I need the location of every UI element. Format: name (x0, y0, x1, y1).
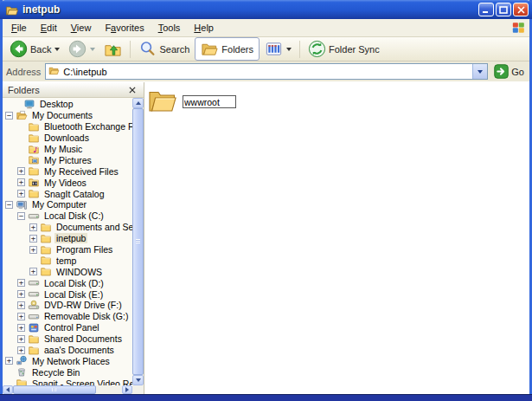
folders-panel-title: Folders (8, 85, 126, 95)
tree-item-my-computer[interactable]: − My Computer (3, 199, 132, 210)
tree-item-my-videos[interactable]: + My Videos (3, 177, 132, 188)
menu-favorites[interactable]: Favorites (98, 21, 151, 35)
tree-item-label: aaa's Documents (42, 345, 116, 355)
control-panel-icon (28, 322, 40, 333)
back-dropdown-caret[interactable] (54, 48, 60, 51)
scrollbar-thumb[interactable] (132, 108, 144, 375)
tree-item-local-disk-d[interactable]: + Local Disk (D:) (3, 277, 132, 288)
tree-item-documents-and-settings[interactable]: + Documents and Settings (3, 222, 132, 233)
tree-item-windows[interactable]: + WINDOWS (3, 266, 132, 277)
tree-item-my-received-files[interactable]: + My Received Files (3, 165, 132, 177)
folders-button[interactable]: Folders (195, 37, 260, 61)
tree-item-label: Downloads (42, 133, 91, 143)
toolbar-separator (130, 41, 131, 58)
expand-plus-icon[interactable]: + (5, 357, 13, 365)
collapse-minus-icon[interactable]: − (17, 212, 25, 220)
tree-item-desktop[interactable]: Desktop (3, 99, 132, 110)
expand-plus-icon[interactable]: + (17, 279, 25, 287)
tree-item-my-music[interactable]: My Music (3, 144, 132, 155)
tree-item-shared-documents[interactable]: + Shared Documents (3, 333, 132, 345)
up-button[interactable] (100, 38, 125, 60)
tree-item-local-disk-c[interactable]: − Local Disk (C:) (3, 210, 132, 222)
tree-item-label: My Received Files (42, 166, 120, 177)
tree-item-label: My Pictures (42, 155, 93, 165)
maximize-button[interactable] (496, 3, 511, 16)
forward-dropdown-caret[interactable] (90, 48, 95, 51)
close-button[interactable] (513, 3, 529, 16)
scroll-up-button[interactable] (132, 98, 144, 108)
tree-item-recycle-bin[interactable]: Recycle Bin (3, 366, 132, 378)
folder-icon (40, 233, 52, 244)
tree-item-aaa-s-documents[interactable]: + aaa's Documents (3, 345, 132, 356)
expand-plus-icon[interactable]: + (17, 167, 25, 175)
tree-item-label: Documents and Settings (54, 222, 132, 232)
close-panel-button[interactable] (126, 84, 138, 95)
address-combobox[interactable]: C:\inetpub (45, 63, 488, 80)
collapse-minus-icon[interactable]: − (5, 201, 13, 209)
views-icon (265, 40, 283, 58)
menu-edit[interactable]: Edit (34, 21, 64, 35)
collapse-minus-icon[interactable]: − (5, 112, 13, 120)
back-button[interactable]: Back (6, 38, 63, 60)
expand-plus-icon[interactable]: + (29, 268, 37, 275)
tree-item-my-pictures[interactable]: My Pictures (3, 154, 132, 165)
menu-file[interactable]: File (4, 21, 34, 35)
tree-item-dvd-rw-drive-f[interactable]: + DVD-RW Drive (F:) (3, 300, 132, 311)
desktop-icon (23, 99, 35, 110)
search-button[interactable]: Search (135, 38, 193, 60)
drive-icon (28, 210, 40, 222)
go-button[interactable]: Go (492, 64, 526, 79)
scrollbar-thumb[interactable] (13, 385, 96, 394)
scroll-down-button[interactable] (132, 375, 144, 385)
expand-plus-icon[interactable]: + (17, 313, 25, 320)
expand-plus-icon[interactable]: + (29, 235, 37, 243)
expand-plus-icon[interactable]: + (17, 346, 25, 354)
minimize-button[interactable] (478, 3, 494, 16)
tree-item-my-documents[interactable]: − My Documents (3, 110, 132, 121)
search-label: Search (159, 44, 189, 55)
expand-plus-icon[interactable]: + (17, 190, 25, 197)
go-icon (494, 64, 509, 79)
address-dropdown-button[interactable] (472, 64, 487, 79)
tree-item-bluetooth-exchange-folder[interactable]: Bluetooth Exchange Folder (3, 121, 132, 133)
folder-rename-input[interactable] (183, 95, 236, 108)
address-value[interactable]: C:\inetpub (63, 67, 472, 77)
expand-plus-icon[interactable]: + (17, 324, 25, 332)
my-music-icon (28, 144, 40, 155)
windows-logo-icon (509, 20, 528, 36)
tree-item-snagit-catalog[interactable]: + SnagIt Catalog (3, 188, 132, 199)
folder-icon (40, 222, 52, 233)
scrollbar-corner (132, 385, 144, 394)
tree-item-label: DVD-RW Drive (F:) (42, 300, 124, 310)
scroll-right-button[interactable] (122, 385, 132, 394)
menu-view[interactable]: View (64, 21, 99, 35)
expand-plus-icon[interactable]: + (17, 335, 25, 343)
horizontal-scrollbar[interactable] (3, 385, 144, 394)
menu-help[interactable]: Help (187, 21, 221, 35)
folder-sync-button[interactable]: Folder Sync (304, 38, 383, 60)
tree-item-program-files[interactable]: + Program Files (3, 244, 132, 255)
vertical-scrollbar[interactable] (132, 98, 144, 385)
forward-button[interactable] (65, 38, 99, 60)
expand-plus-icon[interactable]: + (29, 223, 37, 231)
tree-item-downloads[interactable]: Downloads (3, 133, 132, 144)
drive-icon (28, 288, 40, 300)
expand-plus-icon[interactable]: + (17, 301, 25, 309)
menu-tools[interactable]: Tools (151, 21, 188, 35)
tree-item-removable-disk-g[interactable]: + Removable Disk (G:) (3, 311, 132, 322)
expand-plus-icon[interactable]: + (17, 178, 25, 186)
cd-drive-icon (28, 300, 40, 311)
expand-plus-icon[interactable]: + (29, 246, 37, 254)
tree-item-snagit-screen-video-recorder[interactable]: Snagit - Screen Video Recorder (3, 378, 132, 385)
tree-item-local-disk-e[interactable]: + Local Disk (E:) (3, 288, 132, 300)
expand-plus-icon[interactable]: + (17, 290, 25, 298)
views-dropdown-caret[interactable] (286, 48, 292, 51)
wwwroot-folder-item[interactable] (148, 88, 236, 113)
scroll-left-button[interactable] (3, 385, 13, 394)
scrollbar-track[interactable] (13, 385, 122, 394)
tree-item-temp[interactable]: temp (3, 255, 132, 266)
tree-item-my-network-places[interactable]: + My Network Places (3, 355, 132, 366)
views-button[interactable] (261, 38, 295, 60)
tree-item-inetpub[interactable]: + inetpub (3, 233, 132, 244)
tree-item-control-panel[interactable]: + Control Panel (3, 322, 132, 333)
